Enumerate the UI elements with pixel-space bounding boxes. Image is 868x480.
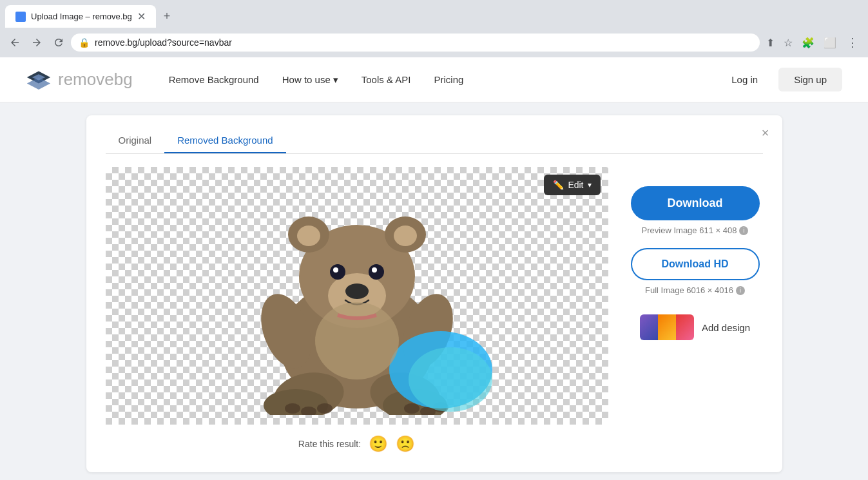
svg-point-23 [369, 264, 384, 280]
logo-icon [26, 70, 52, 90]
tab-bar: Upload Image – remove.bg ✕ + [0, 0, 868, 28]
svg-point-10 [317, 403, 333, 414]
thumbs-down-button[interactable]: 🙁 [396, 435, 415, 453]
website: removebg Remove Background How to use ▾ … [0, 57, 868, 480]
preview-info-icon[interactable]: i [739, 226, 748, 235]
address-bar: 🔒 remove.bg/upload?source=navbar ⬆ ☆ 🧩 ⬜… [0, 28, 868, 57]
browser-menu-button[interactable]: ⋮ [843, 32, 863, 53]
result-tabs: Original Removed Background [106, 128, 763, 154]
new-tab-button[interactable]: + [159, 7, 176, 26]
nav-actions: Log in Sign up [719, 68, 842, 91]
preview-image-info: Preview Image 611 × 408 i [642, 226, 749, 235]
svg-point-28 [409, 347, 492, 412]
forward-button[interactable] [27, 33, 46, 52]
svg-point-24 [333, 267, 338, 273]
bookmark-button[interactable]: ☆ [780, 33, 796, 53]
svg-point-29 [315, 302, 399, 379]
result-sidebar: Download Preview Image 611 × 408 i Downl… [628, 167, 763, 453]
address-actions: ⬆ ☆ 🧩 ⬜ [762, 33, 840, 53]
nav-pricing[interactable]: Pricing [423, 69, 474, 90]
add-design-button[interactable]: Add design [640, 314, 750, 340]
edit-button[interactable]: ✏️ Edit ▾ [544, 175, 600, 195]
teddy-bear-image [202, 177, 512, 415]
logo[interactable]: removebg [26, 70, 133, 90]
image-container: ✏️ Edit ▾ Rate this result: 🙂 🙁 [106, 167, 608, 453]
nav-links: Remove Background How to use ▾ Tools & A… [159, 69, 719, 91]
svg-point-22 [330, 264, 345, 280]
svg-point-25 [372, 267, 377, 273]
url-bar[interactable]: 🔒 remove.bg/upload?source=navbar [71, 34, 760, 52]
share-button[interactable]: ⬆ [762, 33, 778, 53]
tab-original[interactable]: Original [106, 128, 165, 153]
nav-how-to-use[interactable]: How to use ▾ [272, 69, 349, 91]
result-card: × Original Removed Background [86, 115, 782, 472]
site-navbar: removebg Remove Background How to use ▾ … [0, 57, 868, 102]
security-icon: 🔒 [79, 37, 90, 48]
close-button[interactable]: × [762, 126, 769, 140]
design-preview-thumbnails [640, 314, 694, 340]
svg-point-18 [297, 226, 320, 246]
edit-label: Edit [568, 180, 583, 190]
signup-button[interactable]: Sign up [778, 68, 842, 91]
login-button[interactable]: Log in [719, 69, 771, 90]
svg-point-20 [394, 226, 417, 246]
reload-button[interactable] [49, 33, 68, 52]
main-content: × Original Removed Background [0, 102, 868, 480]
design-thumb-3 [676, 314, 694, 340]
nav-remove-background[interactable]: Remove Background [159, 69, 269, 90]
dropdown-arrow-icon: ▾ [333, 74, 338, 86]
split-view-button[interactable]: ⬜ [820, 33, 840, 53]
design-thumb-2 [658, 314, 676, 340]
full-image-info: Full Image 6016 × 4016 i [645, 285, 745, 295]
full-image-info-icon[interactable]: i [736, 286, 745, 295]
result-body: ✏️ Edit ▾ Rate this result: 🙂 🙁 [106, 167, 763, 453]
pencil-icon: ✏️ [553, 180, 564, 190]
thumbs-up-button[interactable]: 🙂 [369, 435, 388, 453]
url-text: remove.bg/upload?source=navbar [95, 37, 752, 48]
browser-window: Upload Image – remove.bg ✕ + 🔒 remove.bg… [0, 0, 868, 480]
download-button[interactable]: Download [631, 186, 760, 220]
svg-point-11 [404, 403, 420, 414]
tab-close-button[interactable]: ✕ [137, 10, 146, 23]
nav-tools-api[interactable]: Tools & API [351, 69, 421, 90]
logo-text: removebg [58, 70, 133, 90]
svg-point-26 [345, 283, 369, 299]
rating-row: Rate this result: 🙂 🙁 [106, 435, 608, 453]
download-hd-button[interactable]: Download HD [631, 248, 760, 280]
svg-point-8 [285, 403, 300, 414]
back-button[interactable] [5, 33, 24, 52]
design-thumb-1 [640, 314, 658, 340]
browser-tab[interactable]: Upload Image – remove.bg ✕ [5, 5, 156, 28]
extensions-button[interactable]: 🧩 [798, 33, 818, 53]
edit-dropdown-arrow: ▾ [588, 180, 592, 189]
rating-label: Rate this result: [298, 439, 361, 449]
tab-title: Upload Image – remove.bg [31, 12, 132, 21]
image-preview-area: ✏️ Edit ▾ [106, 167, 608, 425]
add-design-label: Add design [702, 322, 750, 333]
tab-removed-background[interactable]: Removed Background [164, 128, 285, 153]
tab-favicon [15, 12, 26, 22]
